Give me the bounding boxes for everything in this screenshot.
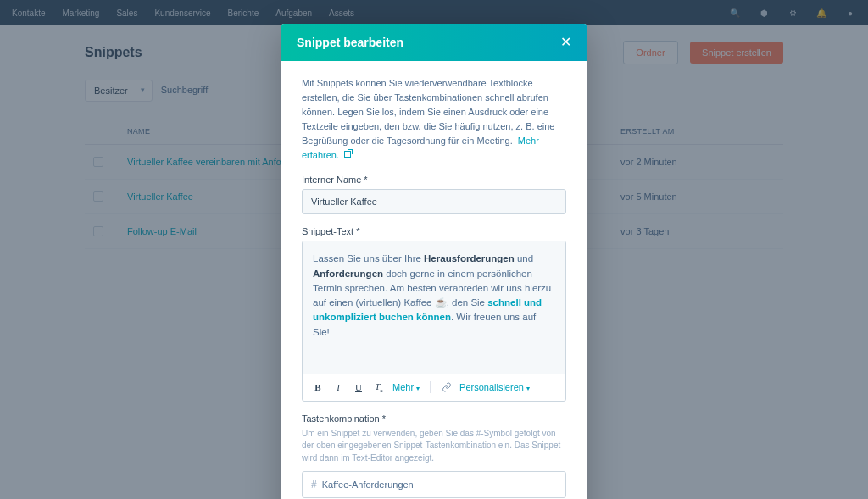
shortcut-hint: Um ein Snippet zu verwenden, geben Sie d… [302,428,566,465]
shortcut-label: Tastenkombination * [302,413,566,424]
hash-prefix: # [303,472,322,497]
snippet-editor-content[interactable]: Lassen Sie uns über Ihre Herausforderung… [303,241,565,374]
shortcut-input-wrapper: # [302,471,566,498]
snippet-text-label: Snippet-Text * [302,226,566,236]
modal-overlay: Snippet bearbeiten ✕ Mit Snippets können… [0,0,868,499]
personalize-button[interactable]: Personalisieren▾ [459,382,530,392]
more-formatting-button[interactable]: Mehr▾ [392,382,420,392]
shortcut-input[interactable] [322,473,565,496]
italic-button[interactable]: I [331,382,345,392]
edit-snippet-modal: Snippet bearbeiten ✕ Mit Snippets können… [281,24,587,499]
snippet-editor: Lassen Sie uns über Ihre Herausforderung… [302,241,566,402]
close-icon[interactable]: ✕ [560,36,571,49]
modal-help-text: Mit Snippets können Sie wiederverwendbar… [302,76,566,163]
toolbar-separator [430,381,431,393]
internal-name-label: Interner Name * [302,175,566,185]
clear-format-button[interactable]: Tx [372,381,386,394]
link-icon[interactable] [441,381,453,393]
bold-button[interactable]: B [311,382,325,392]
modal-title: Snippet bearbeiten [297,36,403,49]
internal-name-input[interactable] [302,189,566,214]
modal-header: Snippet bearbeiten ✕ [281,24,587,61]
editor-toolbar: B I U Tx Mehr▾ Personalisieren▾ [303,374,565,401]
underline-button[interactable]: U [352,382,365,392]
external-link-icon [344,151,351,158]
